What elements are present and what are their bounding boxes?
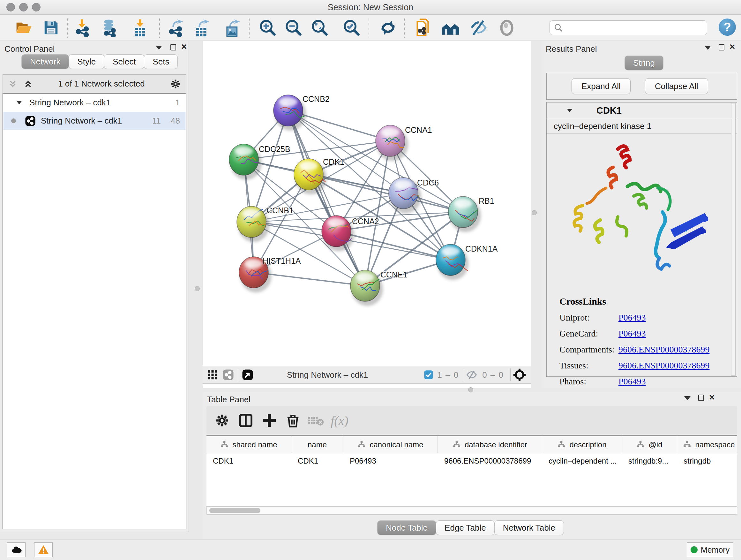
zoom-in-icon[interactable] — [258, 18, 277, 37]
node-label-CCNB1[interactable]: CCNB1 — [266, 206, 293, 215]
table-body[interactable]: CDK1CDK1P064939606.ENSP00000378699cyclin… — [206, 453, 737, 469]
collapse-all-button[interactable]: Collapse All — [645, 78, 708, 94]
table-hscrollbar[interactable] — [206, 506, 737, 515]
table-header-row[interactable]: shared namenamecanonical namedatabase id… — [206, 436, 737, 453]
create-column-icon[interactable] — [259, 411, 279, 430]
node-label-CCNB2[interactable]: CCNB2 — [302, 95, 330, 104]
expand-all-icon[interactable] — [23, 79, 33, 89]
column-header-canonical-name[interactable]: canonical name — [343, 436, 438, 453]
table-cell[interactable]: stringdb:9... — [622, 453, 677, 469]
help-icon[interactable]: ? — [719, 18, 736, 36]
collection-collapse-icon[interactable] — [17, 101, 22, 105]
table-panel-menu-icon[interactable] — [684, 396, 690, 401]
table-row[interactable]: CDK1CDK1P064939606.ENSP00000378699cyclin… — [206, 453, 737, 469]
cloud-button[interactable] — [7, 543, 25, 557]
node-label-HIST1H1A[interactable]: HIST1H1A — [263, 256, 301, 265]
string-tab-icon[interactable] — [222, 369, 234, 381]
table-gear-icon[interactable] — [212, 411, 232, 430]
table-panel-close-icon[interactable]: × — [709, 394, 715, 401]
table-panel-float-icon[interactable] — [698, 395, 704, 402]
node-label-RB1[interactable]: RB1 — [479, 196, 494, 205]
toolbar-search[interactable] — [549, 20, 707, 35]
left-splitter-handle[interactable] — [195, 286, 200, 291]
node-navigator-icon[interactable] — [513, 368, 527, 382]
column-header-namespace[interactable]: namespace — [677, 436, 737, 453]
node-label-CDKN1A[interactable]: CDKN1A — [465, 244, 498, 253]
table-hscroll-thumb[interactable] — [209, 508, 260, 513]
tab-sets[interactable]: Sets — [144, 54, 178, 69]
open-session-icon[interactable] — [14, 18, 33, 37]
control-panel-menu-icon[interactable] — [156, 45, 162, 51]
gene-header-row[interactable]: CDK1 — [547, 103, 737, 119]
delete-column-icon[interactable] — [283, 411, 303, 430]
table-cell[interactable]: cyclin–dependent ... — [542, 453, 622, 469]
tab-network[interactable]: Network — [21, 54, 69, 69]
crosslink-link[interactable]: P06493 — [618, 313, 646, 323]
node-label-CCNE1[interactable]: CCNE1 — [381, 270, 408, 279]
results-panel-menu-icon[interactable] — [704, 45, 711, 51]
selected-checkbox-icon[interactable] — [424, 370, 433, 380]
zoom-fit-icon[interactable] — [310, 18, 329, 37]
birdseye-view-icon[interactable] — [242, 369, 253, 381]
gear-icon[interactable] — [170, 78, 181, 89]
zoom-out-icon[interactable] — [284, 18, 303, 37]
tab-select[interactable]: Select — [104, 54, 144, 69]
import-table-file-icon[interactable] — [131, 18, 150, 37]
results-panel-close-icon[interactable]: × — [730, 44, 735, 51]
table-cell[interactable]: 9606.ENSP00000378699 — [438, 453, 542, 469]
table-cell[interactable]: CDK1 — [291, 453, 343, 469]
control-panel-close-icon[interactable]: × — [181, 44, 187, 51]
right-splitter-handle[interactable] — [532, 210, 537, 215]
tab-network-table[interactable]: Network Table — [494, 520, 564, 535]
show-all-icon[interactable] — [441, 18, 460, 37]
save-session-icon[interactable] — [42, 18, 61, 37]
control-panel-float-icon[interactable] — [171, 44, 176, 52]
node-label-CCNA1[interactable]: CCNA1 — [405, 125, 432, 134]
column-header-description[interactable]: description — [542, 436, 622, 453]
network-collection-row[interactable]: String Network – cdk1 1 — [3, 94, 186, 112]
crosslink-link[interactable]: P06493 — [618, 328, 646, 339]
export-network-icon[interactable] — [166, 18, 185, 37]
table-cell[interactable]: stringdb — [677, 453, 737, 469]
apply-layout-icon[interactable] — [379, 18, 398, 37]
crosslink-link[interactable]: 9606.ENSP00000378699 — [618, 361, 710, 371]
import-network-database-icon[interactable] — [100, 18, 119, 37]
node-label-CDC6[interactable]: CDC6 — [417, 178, 439, 187]
table-cell[interactable]: P06493 — [343, 453, 438, 469]
memory-button[interactable]: Memory — [687, 543, 733, 557]
column-header--id[interactable]: @id — [622, 436, 677, 453]
table-cell[interactable]: CDK1 — [206, 453, 291, 469]
bottom-splitter-handle[interactable] — [468, 387, 473, 392]
network-row[interactable]: String Network – cdk1 11 48 — [3, 112, 186, 130]
import-network-file-icon[interactable] — [73, 18, 92, 37]
gene-collapse-icon[interactable] — [567, 109, 572, 112]
node-label-CCNA2[interactable]: CCNA2 — [352, 217, 379, 226]
tab-string[interactable]: String — [624, 56, 664, 70]
export-table-icon[interactable] — [192, 18, 211, 37]
column-header-name[interactable]: name — [291, 436, 343, 453]
node-label-CDC25B[interactable]: CDC25B — [259, 145, 290, 153]
tab-style[interactable]: Style — [69, 54, 105, 69]
grid-view-icon[interactable] — [207, 369, 218, 380]
crosslink-link[interactable]: P06493 — [618, 376, 646, 387]
node-table[interactable]: shared namenamecanonical namedatabase id… — [206, 435, 737, 506]
column-header-shared-name[interactable]: shared name — [206, 436, 291, 453]
hide-selected-icon[interactable] — [469, 18, 488, 37]
node-label-CDK1[interactable]: CDK1 — [323, 158, 344, 166]
results-scrollbar[interactable] — [731, 103, 736, 376]
warnings-button[interactable] — [34, 543, 53, 557]
crosslink-link[interactable]: 9606.ENSP00000378699 — [618, 345, 710, 355]
first-neighbors-icon[interactable] — [414, 18, 433, 37]
show-columns-icon[interactable] — [236, 411, 256, 430]
tab-edge-table[interactable]: Edge Table — [436, 520, 495, 535]
export-image-icon[interactable] — [223, 18, 242, 37]
search-input[interactable] — [563, 23, 700, 32]
tab-node-table[interactable]: Node Table — [377, 520, 436, 535]
collapse-all-icon[interactable] — [8, 79, 17, 89]
expand-all-button[interactable]: Expand All — [571, 78, 630, 94]
column-header-database-identifier[interactable]: database identifier — [438, 436, 542, 453]
results-panel-float-icon[interactable] — [719, 44, 724, 52]
show-hidden-icon[interactable] — [497, 18, 516, 37]
zoom-selected-icon[interactable] — [342, 18, 361, 37]
network-canvas[interactable]: CCNB2CCNA1CDC25BCDK1CDC6RB1CCNB1CCNA2CDK… — [203, 41, 531, 366]
